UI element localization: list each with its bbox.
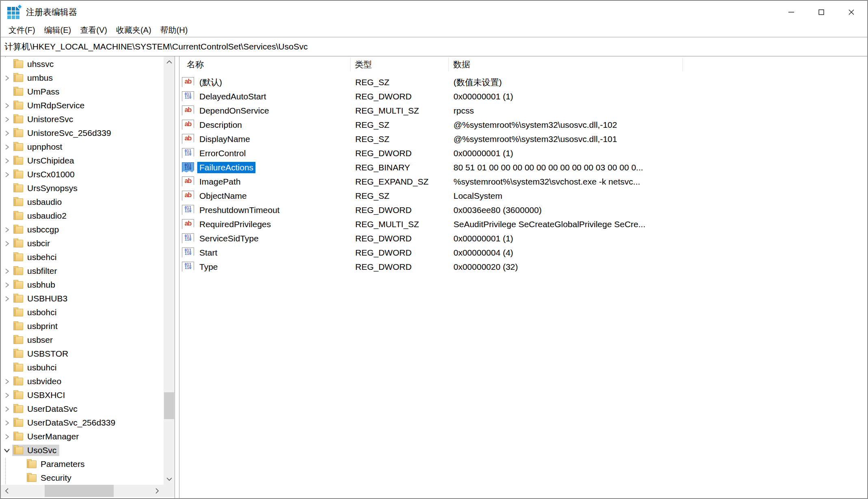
tree-item-usbvideo[interactable]: usbvideo <box>1 374 163 388</box>
tree-item-UserDataSvc[interactable]: UserDataSvc <box>1 402 163 416</box>
tree-twisty[interactable] <box>2 126 12 140</box>
scroll-up-arrow-icon[interactable] <box>164 56 175 68</box>
tree-item-usbehci[interactable]: usbehci <box>1 250 163 264</box>
tree-item-UrsCx01000[interactable]: UrsCx01000 <box>1 168 163 181</box>
tree-vertical-scrollbar[interactable] <box>164 56 175 485</box>
scroll-down-arrow-icon[interactable] <box>164 473 175 485</box>
tree-item-UrsSynopsys[interactable]: UrsSynopsys <box>1 181 163 195</box>
tree-item-UsoSvc[interactable]: UsoSvc <box>1 443 163 457</box>
pane-splitter[interactable] <box>175 56 179 498</box>
tree-twisty[interactable] <box>2 71 12 85</box>
tree-item-USBHUB3[interactable]: USBHUB3 <box>1 292 163 305</box>
registry-value-row[interactable]: 011 110 Type REG_DWORD 0x00000020 (32) <box>179 260 867 274</box>
registry-value-row[interactable]: ab ObjectName REG_SZ LocalSystem <box>179 189 867 203</box>
column-header-data[interactable]: 数据 <box>449 58 683 71</box>
tree-item-UrsChipidea[interactable]: UrsChipidea <box>1 154 163 168</box>
registry-value-row[interactable]: 011 110 PreshutdownTimeout REG_DWORD 0x0… <box>179 203 867 217</box>
tree-item-Parameters[interactable]: Parameters <box>1 457 163 471</box>
tree-twisty <box>2 209 12 223</box>
tree-item-label: usbccgp <box>27 225 59 234</box>
tree-twisty[interactable] <box>2 388 12 402</box>
tree-item-UmRdpService[interactable]: UmRdpService <box>1 99 163 112</box>
tree-item-UnistoreSvc_256d339[interactable]: UnistoreSvc_256d339 <box>1 126 163 140</box>
tree-item-label: UnistoreSvc_256d339 <box>27 128 111 138</box>
registry-value-row[interactable]: 011 110 DelayedAutoStart REG_DWORD 0x000… <box>179 89 867 103</box>
registry-value-row[interactable]: ab Description REG_SZ @%systemroot%\syst… <box>179 118 867 132</box>
tree-twisty[interactable] <box>2 374 12 388</box>
tree-twisty[interactable] <box>2 237 12 250</box>
tree-item-usbfilter[interactable]: usbfilter <box>1 264 163 278</box>
tree-twisty[interactable] <box>2 278 12 292</box>
tree-item-UserDataSvc_256d339[interactable]: UserDataSvc_256d339 <box>1 416 163 430</box>
registry-value-row[interactable]: ab (默认) REG_SZ (数值未设置) <box>179 75 867 89</box>
tree-item-usbuhci[interactable]: usbuhci <box>1 361 163 374</box>
folder-icon <box>13 74 23 82</box>
column-header-type[interactable]: 类型 <box>351 58 449 71</box>
menu-favorites[interactable]: 收藏夹(A) <box>112 23 156 37</box>
menu-file[interactable]: 文件(F) <box>4 23 40 37</box>
minimize-button[interactable] <box>776 1 806 23</box>
tree-item-usbaudio2[interactable]: usbaudio2 <box>1 209 163 223</box>
tree-item-uhssvc[interactable]: uhssvc <box>1 57 163 71</box>
tree-item-UnistoreSvc[interactable]: UnistoreSvc <box>1 112 163 126</box>
menu-view[interactable]: 查看(V) <box>76 23 112 37</box>
address-bar[interactable]: 计算机\HKEY_LOCAL_MACHINE\SYSTEM\CurrentCon… <box>1 37 867 56</box>
tree-twisty[interactable] <box>2 264 12 278</box>
tree-item-umbus[interactable]: umbus <box>1 71 163 85</box>
scroll-left-arrow-icon[interactable] <box>1 485 13 497</box>
tree-item-usbaudio[interactable]: usbaudio <box>1 195 163 209</box>
tree-item-usbhub[interactable]: usbhub <box>1 278 163 292</box>
tree-twisty[interactable] <box>2 168 12 181</box>
tree-twisty[interactable] <box>2 223 12 237</box>
tree-twisty[interactable] <box>2 99 12 112</box>
menu-help[interactable]: 帮助(H) <box>156 23 192 37</box>
tree-item-usbohci[interactable]: usbohci <box>1 305 163 319</box>
registry-value-row[interactable]: 011 110 ErrorControl REG_DWORD 0x0000000… <box>179 146 867 160</box>
tree-twisty[interactable] <box>2 154 12 168</box>
registry-value-row[interactable]: ab ImagePath REG_EXPAND_SZ %systemroot%\… <box>179 174 867 189</box>
registry-value-row[interactable]: ab DisplayName REG_SZ @%systemroot%\syst… <box>179 132 867 146</box>
tree-twisty[interactable] <box>2 430 12 443</box>
maximize-button[interactable] <box>806 1 836 23</box>
tree-item-usbccgp[interactable]: usbccgp <box>1 223 163 237</box>
registry-value-row[interactable]: ab DependOnService REG_MULTI_SZ rpcss <box>179 103 867 118</box>
tree-item-UmPass[interactable]: UmPass <box>1 85 163 99</box>
tree-twisty[interactable] <box>2 292 12 305</box>
tree-item-label: usbuhci <box>27 363 56 372</box>
tree-twisty[interactable] <box>2 402 12 416</box>
tree-item-USBXHCI[interactable]: USBXHCI <box>1 388 163 402</box>
tree-item-upnphost[interactable]: upnphost <box>1 140 163 154</box>
value-data: 0x00000001 (1) <box>453 234 867 243</box>
tree-item-USBSTOR[interactable]: USBSTOR <box>1 347 163 361</box>
tree-hscroll-thumb[interactable] <box>45 485 114 497</box>
tree-horizontal-scrollbar[interactable] <box>1 485 175 497</box>
tree-item-usbcir[interactable]: usbcir <box>1 237 163 250</box>
tree-item-label: USBHUB3 <box>27 294 67 303</box>
tree-twisty[interactable] <box>2 416 12 430</box>
menu-bar: 文件(F) 编辑(E) 查看(V) 收藏夹(A) 帮助(H) <box>1 23 867 37</box>
tree-vscroll-thumb[interactable] <box>164 392 174 419</box>
folder-icon <box>13 157 23 165</box>
tree-item-label: USBSTOR <box>27 349 68 359</box>
tree-item-usbser[interactable]: usbser <box>1 333 163 347</box>
folder-icon <box>13 433 23 441</box>
binary-value-icon: 011 110 <box>182 205 194 215</box>
value-type: REG_DWORD <box>355 148 453 158</box>
tree-item-UserManager[interactable]: UserManager <box>1 430 163 443</box>
tree-twisty[interactable] <box>2 443 12 457</box>
scroll-right-arrow-icon[interactable] <box>151 485 163 497</box>
folder-icon <box>13 281 23 289</box>
tree-twisty <box>2 361 12 374</box>
value-name: (默认) <box>197 76 224 89</box>
tree-twisty[interactable] <box>2 112 12 126</box>
close-button[interactable] <box>836 1 866 23</box>
column-header-name[interactable]: 名称 <box>179 58 351 71</box>
registry-value-row[interactable]: 011 110 FailureActions REG_BINARY 80 51 … <box>179 160 867 174</box>
menu-edit[interactable]: 编辑(E) <box>40 23 76 37</box>
registry-value-row[interactable]: 011 110 ServiceSidType REG_DWORD 0x00000… <box>179 231 867 245</box>
tree-twisty[interactable] <box>2 140 12 154</box>
tree-item-Security[interactable]: Security <box>1 471 163 485</box>
registry-value-row[interactable]: ab RequiredPrivileges REG_MULTI_SZ SeAud… <box>179 217 867 231</box>
registry-value-row[interactable]: 011 110 Start REG_DWORD 0x00000004 (4) <box>179 245 867 260</box>
tree-item-usbprint[interactable]: usbprint <box>1 319 163 333</box>
